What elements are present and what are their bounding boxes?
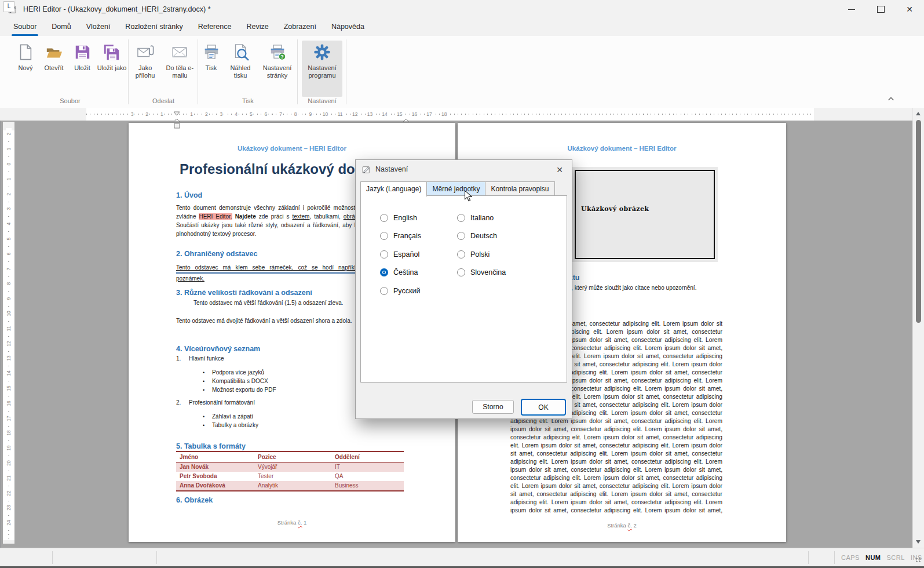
dialog-tab-kontrola-pravopisu[interactable]: Kontrola pravopisu xyxy=(485,181,554,196)
menu-tab-rozlozeni-stranky[interactable]: Rozložení stránky xyxy=(118,19,190,36)
dialog-close-button[interactable]: ✕ xyxy=(547,160,572,179)
radio-button-icon[interactable] xyxy=(457,250,465,258)
close-button[interactable]: ✕ xyxy=(895,0,924,19)
ribbon-group-nastaveni: Nastavení programuNastavení xyxy=(298,36,346,108)
collapse-ribbon-button[interactable] xyxy=(886,95,896,103)
horizontal-ruler[interactable]: 321123456789101112131415161718 xyxy=(0,108,912,121)
scroll-up-icon[interactable] xyxy=(916,112,921,115)
ribbon-button-nahled-tisku[interactable]: Náhled tisku xyxy=(224,41,257,97)
radio-button-icon[interactable] xyxy=(457,268,465,276)
radio-label: Italiano xyxy=(470,214,494,222)
language-option-cestina[interactable]: Čeština xyxy=(380,268,418,277)
radio-label: Deutsch xyxy=(470,232,497,240)
radio-button-icon[interactable] xyxy=(380,287,388,295)
radio-label: English xyxy=(393,214,417,222)
ruler-number: 22 xyxy=(6,487,12,499)
ribbon-button-nastaveni-stranky[interactable]: ?Nastavení stránky xyxy=(258,41,297,97)
tab-stop-selector[interactable]: L xyxy=(3,1,14,12)
left-indent-box-marker[interactable] xyxy=(174,121,180,131)
radio-button-icon[interactable] xyxy=(457,214,465,222)
list-item: •Kompatibilita s DOCX xyxy=(203,377,268,385)
mail-attachment-icon xyxy=(137,43,154,61)
language-option-italiano[interactable]: Italiano xyxy=(457,213,494,223)
ruler-number: 12 xyxy=(6,338,12,349)
language-option-english[interactable]: English xyxy=(380,213,417,223)
spellcheck-underline: č. xyxy=(628,522,632,529)
title-bar: HERI Editor - (Ukazkovy_dokument_HERI_2s… xyxy=(0,0,924,19)
menu-tab-reference[interactable]: Reference xyxy=(191,19,239,36)
cancel-button[interactable]: Storno xyxy=(472,400,514,414)
scroll-down-icon[interactable] xyxy=(916,540,921,544)
ribbon-button-ulozit-jako[interactable]: Uložit jako xyxy=(96,41,127,97)
scrollbar-thumb[interactable] xyxy=(916,120,921,323)
language-option-deutsch[interactable]: Deutsch xyxy=(457,231,497,241)
language-option-espanol[interactable]: Español xyxy=(380,250,419,259)
dialog-tab-merne-jednotky[interactable]: Měrné jednotky xyxy=(426,181,485,196)
ribbon-button-tisk[interactable]: Tisk xyxy=(200,41,223,97)
ribbon: NovýOtevřítUložitUložit jakoSouborJako p… xyxy=(0,36,924,108)
vertical-ruler[interactable]: 2101234567891011121314151617181920212223… xyxy=(3,122,14,544)
menu-tab-napoveda[interactable]: Nápověda xyxy=(324,19,372,36)
ribbon-group-tisk: TiskNáhled tisku?Nastavení stránkyTisk xyxy=(198,36,298,108)
ruler-number: 16 xyxy=(6,398,12,409)
open-folder-icon xyxy=(45,43,63,61)
radio-button-icon[interactable] xyxy=(380,232,388,240)
table-cell: Petr Svoboda xyxy=(176,472,254,481)
ruler-number: 2 xyxy=(6,128,12,140)
ribbon-button-otevrit[interactable]: Otevřít xyxy=(39,41,68,97)
language-option-slovencina[interactable]: Slovenčina xyxy=(457,268,506,277)
language-option-francais[interactable]: Français xyxy=(380,231,421,241)
ruler-number: 13 xyxy=(366,108,374,121)
ruler-number: 1 xyxy=(159,108,165,121)
ribbon-button-nastaveni-programu[interactable]: Nastavení programu xyxy=(302,41,342,97)
new-file-icon xyxy=(17,43,34,61)
radio-button-icon[interactable] xyxy=(380,268,388,276)
ruler-number: 6 xyxy=(264,108,269,121)
dialog-tab-jazyk-language[interactable]: Jazyk (Language) xyxy=(360,181,427,196)
table-row: Jan NovákVývojářIT xyxy=(176,463,404,472)
ruler-number: 1 xyxy=(6,173,12,185)
ruler-number: 12 xyxy=(351,108,359,121)
radio-label: Slovenčina xyxy=(470,268,506,276)
language-option-polski[interactable]: Polski xyxy=(457,250,490,259)
close-icon: ✕ xyxy=(906,5,913,13)
ruler-number: 17 xyxy=(425,108,433,121)
ruler-number: 3 xyxy=(130,108,135,121)
ruler-number: 23 xyxy=(6,502,12,514)
ribbon-button-jako-prilohu[interactable]: Jako přílohu xyxy=(129,41,162,97)
menu-tab-bar: SouborDomůVloženíRozložení stránkyRefere… xyxy=(0,19,924,36)
table-cell: Anna Dvořáková xyxy=(176,481,254,490)
menu-tab-soubor[interactable]: Soubor xyxy=(6,19,44,36)
language-option-[interactable]: Русский xyxy=(380,286,420,296)
ruler-number: 14 xyxy=(6,367,12,379)
print-preview-icon xyxy=(232,43,249,61)
group-divider xyxy=(346,39,346,104)
ribbon-button-do-tela-e-mailu[interactable]: Do těla e-mailu xyxy=(162,41,198,97)
menu-tab-revize[interactable]: Revize xyxy=(239,19,276,36)
radio-button-icon[interactable] xyxy=(380,214,388,222)
maximize-button[interactable] xyxy=(866,0,895,19)
ribbon-button-ulozit[interactable]: Uložit xyxy=(70,41,95,97)
radio-button-icon[interactable] xyxy=(380,250,388,258)
menu-tab-vlozeni[interactable]: Vložení xyxy=(79,19,118,36)
heading-table: 5. Tabulka s formáty xyxy=(176,442,246,450)
ruler-number: 8 xyxy=(293,108,298,121)
minimize-button[interactable] xyxy=(837,0,866,19)
radio-label: Español xyxy=(393,250,419,258)
ruler-number: 0 xyxy=(6,158,12,170)
bullet-icon: • xyxy=(203,421,212,429)
resize-grip[interactable] xyxy=(915,557,921,563)
radio-button-icon[interactable] xyxy=(457,232,465,240)
ruler-number: 20 xyxy=(6,457,12,469)
ok-button[interactable]: OK xyxy=(521,399,566,416)
table-header-row: JménoPoziceOddělení xyxy=(176,452,404,463)
ribbon-button-novy[interactable]: Nový xyxy=(13,41,38,97)
vertical-scrollbar[interactable] xyxy=(912,108,924,548)
ruler-number: 5 xyxy=(249,108,254,121)
table-header-cell: Pozice xyxy=(254,452,331,462)
formatted-table: JménoPoziceOdděleníJan NovákVývojářITPet… xyxy=(176,451,404,491)
menu-tab-zobrazeni[interactable]: Zobrazení xyxy=(276,19,324,36)
ruler-number: 4 xyxy=(6,218,12,230)
menu-tab-domu[interactable]: Domů xyxy=(44,19,78,36)
statusbar-divider xyxy=(808,551,809,564)
